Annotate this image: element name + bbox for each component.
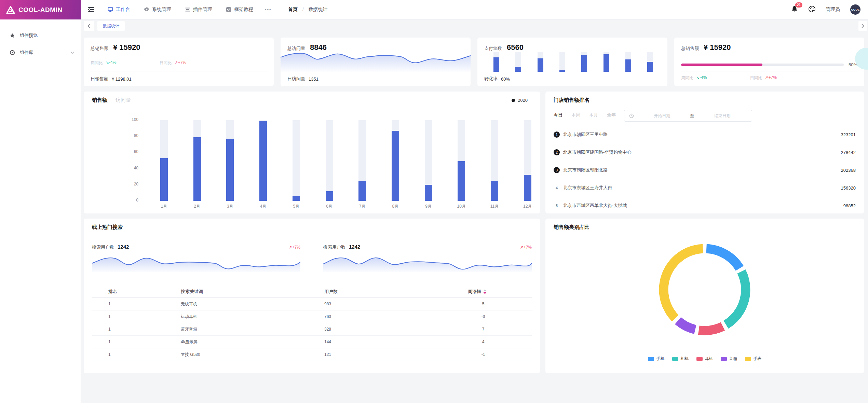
- legend-item-手表[interactable]: 手表: [745, 356, 762, 362]
- legend-label: 耳机: [705, 356, 713, 362]
- table-row: 1罗技 G530121-1: [92, 348, 532, 361]
- table-cell: 运动耳机: [165, 314, 309, 320]
- table-cell: 983: [309, 302, 452, 306]
- store-sales-value: 278442: [841, 150, 856, 155]
- store-name: 北京市东城区王府井大街: [563, 185, 612, 191]
- x-axis-label: 5月: [286, 204, 307, 209]
- stat-card-payments: 支付笔数 6560 转化率 60%: [477, 38, 667, 86]
- rank-row: 4北京市东城区王府井大街156320: [545, 179, 864, 197]
- table-row: 1无线耳机9835: [92, 298, 532, 310]
- mini-bar-track: [559, 52, 565, 72]
- tab-bar: 数据统计: [81, 19, 868, 32]
- collapse-sidebar-icon[interactable]: [84, 3, 98, 16]
- notification-badge: 21: [795, 2, 802, 8]
- rank-row: 5北京市西城区西单北大街-大悦城98852: [545, 197, 864, 213]
- legend-item-手机[interactable]: 手机: [648, 356, 665, 362]
- brand-logo[interactable]: COOL-ADMIN: [0, 0, 81, 19]
- y-axis-tick: 0: [114, 198, 138, 203]
- end-date-input[interactable]: 结束日期: [696, 113, 749, 119]
- table-header-1: 搜索关键词: [165, 289, 309, 295]
- x-axis-label: 3月: [220, 204, 240, 209]
- date-range-picker[interactable]: 开始日期 至 结束日期: [624, 110, 752, 122]
- legend-label: 手表: [754, 356, 762, 362]
- bar-3月: [226, 139, 234, 201]
- nav-item-label: 插件管理: [193, 6, 212, 13]
- rank-filter-2[interactable]: 本周: [571, 112, 580, 118]
- stat-footer-value: 1351: [309, 77, 318, 82]
- rank-row: 1北京市朝阳区三里屯路323201: [545, 126, 864, 143]
- nav-item-check[interactable]: 框架教程: [219, 0, 260, 19]
- username-label[interactable]: 管理员: [826, 6, 840, 13]
- sort-carets-icon[interactable]: [483, 289, 487, 294]
- table-cell: 蓝牙音箱: [165, 326, 309, 332]
- sidebar-item-star[interactable]: 组件预览: [0, 27, 81, 44]
- store-name: 北京市朝阳区建国路-华贸购物中心: [563, 149, 631, 155]
- mini-bar: [581, 55, 587, 72]
- start-date-input[interactable]: 开始日期: [636, 113, 688, 119]
- legend-item-耳机[interactable]: 耳机: [696, 356, 713, 362]
- stat-card-sales-progress: 总销售额 ¥ 15920 50% 周同比 ↘-4% 日同比 ↗+7%: [674, 38, 864, 86]
- x-axis-label: 4月: [253, 204, 273, 209]
- rank-filter-3[interactable]: 本月: [589, 112, 598, 118]
- monitor-icon: [108, 7, 113, 12]
- sidebar: COOL-ADMIN 组件预览组件库: [0, 0, 81, 403]
- bar-track: [293, 120, 300, 201]
- hot-search-table: 排名搜索关键词用户数周涨幅1无线耳机98351运动耳机763-31蓝牙音箱328…: [92, 286, 532, 361]
- table-cell: 4k显示屏: [165, 339, 309, 345]
- stat-value: ¥ 15920: [704, 43, 731, 52]
- rank-badge: 2: [554, 149, 560, 155]
- tabs-scroll-right-icon[interactable]: [858, 21, 867, 31]
- store-name: 北京市西城区西单北大街-大悦城: [563, 203, 627, 209]
- stat-footer-label: 日访问量: [287, 76, 305, 82]
- theme-button[interactable]: [808, 5, 815, 14]
- legend-item-相机[interactable]: 相机: [672, 356, 689, 362]
- table-cell: 763: [309, 314, 452, 319]
- tabs-scroll-left-icon[interactable]: [84, 21, 94, 31]
- rank-row: 2北京市朝阳区建国路-华贸购物中心278442: [545, 143, 864, 161]
- rank-filter-1[interactable]: 今日: [554, 112, 562, 118]
- legend-label: 音箱: [729, 356, 737, 362]
- x-axis-label: 11月: [484, 204, 505, 209]
- nav-item-list[interactable]: 插件管理: [178, 0, 219, 19]
- sidebar-item-circledot[interactable]: 组件库: [0, 44, 81, 61]
- brand-name: COOL-ADMIN: [18, 6, 62, 14]
- mini-bar: [538, 58, 543, 72]
- nav-more-button[interactable]: •••: [260, 7, 276, 12]
- legend-label: 手机: [656, 356, 665, 362]
- table-cell: 罗技 G530: [165, 352, 309, 358]
- clock-icon: [629, 113, 634, 118]
- breadcrumb: 首页 / 数据统计: [288, 6, 328, 13]
- day-compare-label: 日同比: [750, 75, 762, 81]
- stat-footer-value: 60%: [501, 77, 510, 82]
- table-cell: 7: [452, 327, 532, 332]
- legend-swatch-icon: [696, 357, 703, 361]
- visits-sparkline-chart: [281, 49, 471, 72]
- table-cell: 1: [92, 314, 165, 319]
- divider: [91, 71, 267, 71]
- nav-item-monitor[interactable]: 工作台: [101, 0, 137, 19]
- date-range-to-label: 至: [688, 113, 696, 119]
- stat-label: 搜索用户数: [323, 244, 345, 250]
- circledot-icon: [10, 50, 15, 55]
- table-header-2: 用户数: [309, 289, 452, 295]
- x-axis-label: 12月: [517, 204, 538, 209]
- nav-item-gear[interactable]: 系统管理: [137, 0, 178, 19]
- legend-item-音箱[interactable]: 音箱: [721, 356, 737, 362]
- table-header-row: 排名搜索关键词用户数周涨幅: [92, 286, 532, 298]
- star-icon: [10, 33, 15, 38]
- rank-filter-4[interactable]: 全年: [607, 112, 616, 118]
- y-axis-tick: 100: [114, 117, 138, 122]
- tab-data-statistics[interactable]: 数据统计: [97, 21, 125, 31]
- table-row: 1运动耳机763-3: [92, 310, 532, 323]
- avatar[interactable]: COOL: [850, 4, 860, 15]
- bar-2月: [193, 137, 201, 201]
- table-cell: -3: [452, 314, 532, 319]
- category-donut-chart: [657, 242, 752, 337]
- rank-list: 1北京市朝阳区三里屯路3232012北京市朝阳区建国路-华贸购物中心278442…: [545, 126, 864, 213]
- x-axis-label: 10月: [451, 204, 472, 209]
- table-row: 1蓝牙音箱3287: [92, 323, 532, 336]
- notifications-button[interactable]: 21: [791, 5, 798, 14]
- stat-label: 支付笔数: [484, 45, 502, 52]
- breadcrumb-home[interactable]: 首页: [288, 6, 298, 13]
- nav-item-label: 框架教程: [234, 6, 253, 13]
